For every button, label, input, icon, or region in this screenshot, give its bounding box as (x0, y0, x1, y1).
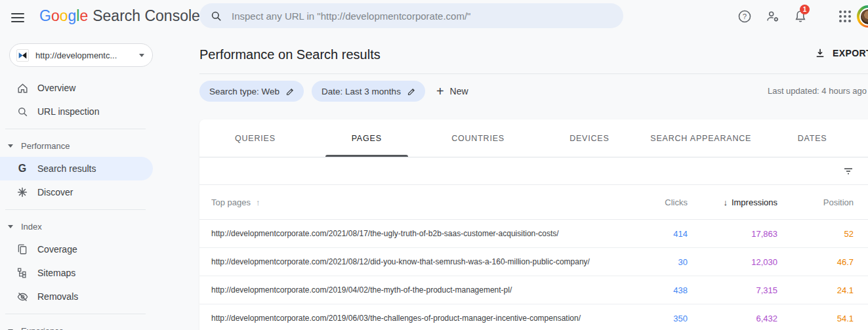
property-favicon-icon (16, 49, 29, 62)
clicks-value: 350 (615, 314, 688, 323)
impressions-value: 12,030 (688, 257, 777, 267)
section-label: Experience (21, 326, 64, 330)
filter-chip-date[interactable]: Date: Last 3 months (312, 81, 425, 102)
main-content: Performance on Search results EXPORT Sea… (199, 37, 868, 330)
column-header-impressions[interactable]: ↓Impressions (688, 197, 777, 207)
logo-letter: e (79, 7, 88, 25)
sidebar-item-label: Discover (37, 187, 73, 197)
sidebar-item-url-inspection[interactable]: URL inspection (0, 100, 153, 123)
tab-queries[interactable]: QUERIES (199, 119, 311, 157)
page-url[interactable]: http://developmentcorporate.com/2021/08/… (199, 229, 615, 238)
notification-badge: 1 (800, 5, 810, 14)
tab-countries[interactable]: COUNTRIES (423, 119, 534, 157)
sidebar-item-removals[interactable]: Removals (0, 285, 153, 308)
top-app-bar: Google Search Console ? 1 (0, 0, 868, 37)
new-filter-label: New (450, 86, 468, 96)
logo-letter: G (39, 7, 51, 25)
apps-grid-icon[interactable] (839, 10, 851, 22)
impressions-value: 7,315 (688, 285, 777, 295)
chevron-down-icon (139, 54, 144, 57)
sidebar-item-label: URL inspection (37, 106, 99, 117)
tab-search-appearance[interactable]: SEARCH APPEARANCE (645, 119, 756, 157)
impressions-value: 6,432 (688, 314, 777, 323)
export-label: EXPORT (833, 48, 868, 58)
search-icon (210, 10, 222, 22)
divider (199, 73, 868, 74)
sitemap-tree-icon (16, 267, 29, 279)
collapse-arrow-icon (8, 144, 13, 148)
notifications-bell-icon[interactable]: 1 (793, 9, 808, 24)
sidebar-section-performance[interactable]: Performance (0, 134, 184, 157)
page-url[interactable]: http://developmentcorporate.com/2021/08/… (199, 257, 615, 266)
sidebar-item-label: Search results (37, 163, 96, 174)
impressions-value: 17,863 (688, 229, 777, 239)
sort-ascending-icon: ↑ (256, 197, 260, 207)
clicks-value: 30 (615, 257, 688, 267)
logo-product-name: Search Console (93, 7, 200, 25)
eye-slash-icon (16, 291, 29, 303)
tab-pages[interactable]: PAGES (311, 119, 423, 157)
sidebar-item-sitemaps[interactable]: Sitemaps (0, 261, 153, 285)
sidebar-item-discover[interactable]: Discover (0, 180, 153, 204)
table-toolbar (199, 157, 868, 185)
chip-label: Search type: Web (209, 87, 279, 96)
tab-dates[interactable]: DATES (756, 119, 868, 157)
tab-bar: QUERIES PAGES COUNTRIES DEVICES SEARCH A… (199, 119, 868, 157)
table-row[interactable]: http://developmentcorporate.com/2021/08/… (199, 248, 868, 276)
sidebar-nav: Overview URL inspection Performance G Se… (0, 76, 184, 330)
home-icon (16, 82, 29, 94)
coverage-pages-icon (16, 243, 29, 255)
position-value: 46.7 (777, 257, 854, 267)
filter-chip-search-type[interactable]: Search type: Web (199, 81, 304, 102)
property-selector[interactable]: http://developmentc... (9, 43, 153, 67)
google-g-icon: G (16, 163, 29, 174)
avatar[interactable] (857, 5, 868, 28)
help-icon[interactable]: ? (737, 9, 752, 24)
collapse-arrow-icon (8, 225, 13, 228)
section-label: Performance (21, 141, 70, 151)
table-row[interactable]: http://developmentcorporate.com/2019/06/… (199, 304, 868, 330)
table-row[interactable]: http://developmentcorporate.com/2021/08/… (199, 220, 868, 248)
page-url[interactable]: http://developmentcorporate.com/2019/06/… (199, 314, 615, 323)
active-tab-indicator (325, 155, 408, 157)
sidebar-section-experience[interactable]: Experience (0, 320, 184, 330)
sidebar-item-label: Sitemaps (37, 268, 75, 278)
position-value: 24.1 (777, 285, 854, 295)
edit-pencil-icon (407, 87, 417, 96)
sidebar-item-coverage[interactable]: Coverage (0, 237, 153, 261)
column-header-clicks[interactable]: Clicks (615, 197, 688, 207)
new-filter-button[interactable]: + New (436, 85, 468, 98)
hamburger-menu-icon[interactable] (11, 11, 24, 24)
tab-devices[interactable]: DEVICES (533, 119, 645, 157)
sidebar-section-index[interactable]: Index (0, 215, 184, 237)
logo-letter: o (51, 7, 60, 25)
sidebar-item-label: Coverage (37, 244, 77, 255)
sort-descending-icon: ↓ (723, 197, 728, 207)
sidebar-item-overview[interactable]: Overview (0, 76, 153, 100)
logo-letter: o (60, 7, 68, 25)
svg-text:?: ? (743, 12, 747, 20)
page-url[interactable]: http://developmentcorporate.com/2019/04/… (199, 285, 615, 295)
page-title: Performance on Search results (199, 47, 868, 62)
last-updated-text: Last updated: 4 hours ago (768, 86, 867, 96)
plus-icon: + (436, 85, 444, 98)
app-logo[interactable]: Google Search Console (39, 7, 200, 25)
table-row[interactable]: http://developmentcorporate.com/2019/04/… (199, 276, 868, 304)
position-value: 54.1 (777, 314, 854, 323)
url-inspection-searchbar (199, 3, 623, 28)
column-header-top-pages[interactable]: Top pages ↑ (199, 197, 615, 207)
sidebar-item-search-results[interactable]: G Search results (0, 157, 153, 180)
sidebar-divider (5, 209, 146, 210)
column-header-position[interactable]: Position (777, 197, 854, 207)
clicks-value: 414 (615, 229, 688, 239)
search-input[interactable] (232, 10, 613, 22)
logo-letter: g (68, 7, 76, 25)
position-value: 52 (777, 229, 854, 239)
export-button[interactable]: EXPORT (814, 47, 868, 59)
sidebar-item-label: Overview (37, 83, 75, 93)
user-settings-icon[interactable] (766, 9, 780, 24)
last-updated: Last updated: 4 hours ago (768, 86, 868, 96)
edit-pencil-icon (285, 87, 295, 96)
filter-icon[interactable] (842, 165, 854, 177)
section-label: Index (21, 222, 42, 232)
